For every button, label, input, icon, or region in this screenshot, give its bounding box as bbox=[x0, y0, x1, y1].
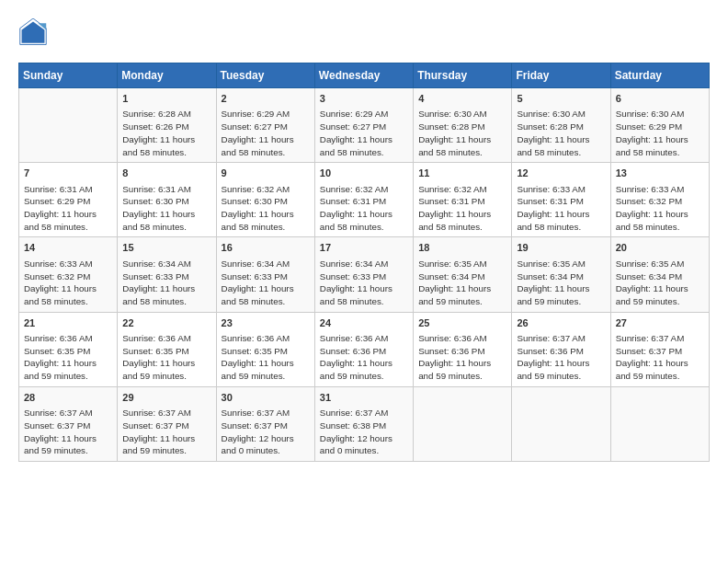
day-info: Sunrise: 6:36 AMSunset: 6:35 PMDaylight:… bbox=[24, 332, 112, 383]
day-info: Sunrise: 6:33 AMSunset: 6:32 PMDaylight:… bbox=[616, 183, 704, 234]
day-number: 3 bbox=[320, 92, 408, 106]
week-row-3: 14Sunrise: 6:33 AMSunset: 6:32 PMDayligh… bbox=[19, 237, 710, 312]
day-info: Sunrise: 6:33 AMSunset: 6:32 PMDaylight:… bbox=[24, 258, 112, 308]
day-info: Sunrise: 6:30 AMSunset: 6:28 PMDaylight:… bbox=[418, 108, 506, 158]
day-cell: 13Sunrise: 6:33 AMSunset: 6:32 PMDayligh… bbox=[610, 163, 709, 237]
day-info: Sunrise: 6:29 AMSunset: 6:27 PMDaylight:… bbox=[320, 108, 408, 158]
week-row-1: 1Sunrise: 6:28 AMSunset: 6:26 PMDaylight… bbox=[19, 88, 710, 163]
day-cell: 17Sunrise: 6:34 AMSunset: 6:33 PMDayligh… bbox=[314, 237, 413, 312]
day-cell: 3Sunrise: 6:29 AMSunset: 6:27 PMDaylight… bbox=[314, 88, 413, 163]
day-cell: 18Sunrise: 6:35 AMSunset: 6:34 PMDayligh… bbox=[414, 237, 512, 312]
day-info: Sunrise: 6:37 AMSunset: 6:36 PMDaylight:… bbox=[517, 332, 605, 383]
day-info: Sunrise: 6:32 AMSunset: 6:30 PMDaylight:… bbox=[222, 183, 310, 234]
day-number: 9 bbox=[222, 167, 310, 180]
day-info: Sunrise: 6:37 AMSunset: 6:37 PMDaylight:… bbox=[24, 407, 112, 457]
col-header-monday: Monday bbox=[118, 63, 216, 88]
day-info: Sunrise: 6:30 AMSunset: 6:29 PMDaylight:… bbox=[616, 108, 704, 158]
day-number: 4 bbox=[418, 92, 506, 106]
day-info: Sunrise: 6:32 AMSunset: 6:31 PMDaylight:… bbox=[320, 183, 408, 234]
col-header-friday: Friday bbox=[512, 63, 610, 88]
day-cell: 8Sunrise: 6:31 AMSunset: 6:30 PMDaylight… bbox=[118, 163, 216, 237]
day-cell: 1Sunrise: 6:28 AMSunset: 6:26 PMDaylight… bbox=[118, 88, 216, 163]
day-number: 1 bbox=[122, 92, 210, 106]
day-number: 2 bbox=[222, 92, 310, 106]
day-info: Sunrise: 6:31 AMSunset: 6:29 PMDaylight:… bbox=[24, 183, 112, 234]
day-cell: 11Sunrise: 6:32 AMSunset: 6:31 PMDayligh… bbox=[414, 163, 512, 237]
day-info: Sunrise: 6:36 AMSunset: 6:36 PMDaylight:… bbox=[320, 332, 408, 383]
col-header-saturday: Saturday bbox=[610, 63, 709, 88]
day-cell: 6Sunrise: 6:30 AMSunset: 6:29 PMDaylight… bbox=[610, 88, 709, 163]
day-cell bbox=[610, 386, 709, 461]
day-number: 5 bbox=[517, 92, 605, 106]
day-cell: 12Sunrise: 6:33 AMSunset: 6:31 PMDayligh… bbox=[512, 163, 610, 237]
day-info: Sunrise: 6:34 AMSunset: 6:33 PMDaylight:… bbox=[222, 258, 310, 308]
day-info: Sunrise: 6:32 AMSunset: 6:31 PMDaylight:… bbox=[418, 183, 506, 234]
day-number: 21 bbox=[24, 316, 112, 330]
day-number: 29 bbox=[122, 391, 210, 405]
day-number: 24 bbox=[320, 316, 408, 330]
day-cell: 22Sunrise: 6:36 AMSunset: 6:35 PMDayligh… bbox=[118, 312, 216, 386]
day-info: Sunrise: 6:28 AMSunset: 6:26 PMDaylight:… bbox=[122, 108, 210, 158]
day-info: Sunrise: 6:37 AMSunset: 6:37 PMDaylight:… bbox=[616, 332, 704, 383]
day-number: 22 bbox=[122, 316, 210, 330]
day-info: Sunrise: 6:37 AMSunset: 6:37 PMDaylight:… bbox=[122, 407, 210, 457]
day-number: 7 bbox=[24, 167, 112, 180]
day-info: Sunrise: 6:31 AMSunset: 6:30 PMDaylight:… bbox=[122, 183, 210, 234]
col-header-wednesday: Wednesday bbox=[314, 63, 413, 88]
day-cell: 30Sunrise: 6:37 AMSunset: 6:37 PMDayligh… bbox=[216, 386, 314, 461]
day-number: 17 bbox=[320, 241, 408, 255]
day-cell: 26Sunrise: 6:37 AMSunset: 6:36 PMDayligh… bbox=[512, 312, 610, 386]
day-info: Sunrise: 6:30 AMSunset: 6:28 PMDaylight:… bbox=[517, 108, 605, 158]
column-headers: SundayMondayTuesdayWednesdayThursdayFrid… bbox=[19, 63, 710, 88]
day-info: Sunrise: 6:34 AMSunset: 6:33 PMDaylight:… bbox=[122, 258, 210, 308]
day-info: Sunrise: 6:35 AMSunset: 6:34 PMDaylight:… bbox=[616, 258, 704, 308]
calendar-table: SundayMondayTuesdayWednesdayThursdayFrid… bbox=[18, 63, 710, 462]
day-number: 30 bbox=[222, 391, 310, 405]
day-info: Sunrise: 6:33 AMSunset: 6:31 PMDaylight:… bbox=[517, 183, 605, 234]
day-info: Sunrise: 6:35 AMSunset: 6:34 PMDaylight:… bbox=[418, 258, 506, 308]
day-cell: 5Sunrise: 6:30 AMSunset: 6:28 PMDaylight… bbox=[512, 88, 610, 163]
day-number: 19 bbox=[517, 241, 605, 255]
col-header-tuesday: Tuesday bbox=[216, 63, 314, 88]
day-number: 15 bbox=[122, 241, 210, 255]
col-header-thursday: Thursday bbox=[414, 63, 512, 88]
day-cell: 21Sunrise: 6:36 AMSunset: 6:35 PMDayligh… bbox=[19, 312, 118, 386]
day-number: 31 bbox=[320, 391, 408, 405]
day-number: 6 bbox=[616, 92, 704, 106]
day-number: 20 bbox=[616, 241, 704, 255]
day-cell: 4Sunrise: 6:30 AMSunset: 6:28 PMDaylight… bbox=[414, 88, 512, 163]
day-info: Sunrise: 6:36 AMSunset: 6:35 PMDaylight:… bbox=[222, 332, 310, 383]
week-row-5: 28Sunrise: 6:37 AMSunset: 6:37 PMDayligh… bbox=[19, 386, 710, 461]
day-cell bbox=[414, 386, 512, 461]
col-header-sunday: Sunday bbox=[19, 63, 118, 88]
day-number: 28 bbox=[24, 391, 112, 405]
day-number: 23 bbox=[222, 316, 310, 330]
day-cell: 27Sunrise: 6:37 AMSunset: 6:37 PMDayligh… bbox=[610, 312, 709, 386]
day-info: Sunrise: 6:35 AMSunset: 6:34 PMDaylight:… bbox=[517, 258, 605, 308]
day-number: 10 bbox=[320, 167, 408, 180]
day-number: 18 bbox=[418, 241, 506, 255]
day-number: 14 bbox=[24, 241, 112, 255]
day-cell: 28Sunrise: 6:37 AMSunset: 6:37 PMDayligh… bbox=[19, 386, 118, 461]
day-cell: 31Sunrise: 6:37 AMSunset: 6:38 PMDayligh… bbox=[314, 386, 413, 461]
day-cell: 9Sunrise: 6:32 AMSunset: 6:30 PMDaylight… bbox=[216, 163, 314, 237]
day-cell bbox=[19, 88, 118, 163]
day-cell: 23Sunrise: 6:36 AMSunset: 6:35 PMDayligh… bbox=[216, 312, 314, 386]
day-number: 25 bbox=[418, 316, 506, 330]
day-info: Sunrise: 6:36 AMSunset: 6:35 PMDaylight:… bbox=[122, 332, 210, 383]
day-number: 27 bbox=[616, 316, 704, 330]
day-number: 16 bbox=[222, 241, 310, 255]
day-cell: 10Sunrise: 6:32 AMSunset: 6:31 PMDayligh… bbox=[314, 163, 413, 237]
week-row-2: 7Sunrise: 6:31 AMSunset: 6:29 PMDaylight… bbox=[19, 163, 710, 237]
day-number: 8 bbox=[122, 167, 210, 180]
day-number: 13 bbox=[616, 167, 704, 180]
day-info: Sunrise: 6:36 AMSunset: 6:36 PMDaylight:… bbox=[418, 332, 506, 383]
day-cell: 24Sunrise: 6:36 AMSunset: 6:36 PMDayligh… bbox=[314, 312, 413, 386]
day-cell: 16Sunrise: 6:34 AMSunset: 6:33 PMDayligh… bbox=[216, 237, 314, 312]
day-info: Sunrise: 6:37 AMSunset: 6:38 PMDaylight:… bbox=[320, 407, 408, 457]
day-cell bbox=[512, 386, 610, 461]
day-info: Sunrise: 6:34 AMSunset: 6:33 PMDaylight:… bbox=[320, 258, 408, 308]
day-cell: 29Sunrise: 6:37 AMSunset: 6:37 PMDayligh… bbox=[118, 386, 216, 461]
day-number: 26 bbox=[517, 316, 605, 330]
day-cell: 25Sunrise: 6:36 AMSunset: 6:36 PMDayligh… bbox=[414, 312, 512, 386]
